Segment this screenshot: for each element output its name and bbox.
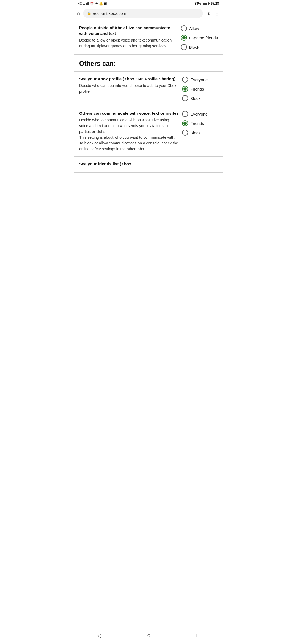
communicate-title: Others can communicate with voice, text … bbox=[79, 110, 179, 116]
battery-icon bbox=[203, 2, 209, 5]
tab-count[interactable]: 2 bbox=[206, 11, 211, 16]
radio-profile-block-label: Block bbox=[190, 96, 200, 101]
others-can-title: Others can: bbox=[79, 60, 218, 67]
see-profile-title: See your Xbox profile (Xbox 360: Profile… bbox=[79, 76, 179, 82]
radio-comm-block-circle[interactable] bbox=[182, 130, 188, 136]
browser-bar: ⌂ 🔒 account.xbox.com 2 ⋮ bbox=[74, 7, 223, 20]
voice-text-outside-desc: Decide to allow or block voice and text … bbox=[79, 37, 178, 49]
url-bar[interactable]: 🔒 account.xbox.com bbox=[83, 9, 203, 18]
radio-allow[interactable]: Allow bbox=[181, 25, 218, 31]
radio-comm-block[interactable]: Block bbox=[182, 130, 218, 136]
radio-profile-everyone-label: Everyone bbox=[190, 77, 208, 82]
url-text: account.xbox.com bbox=[93, 11, 126, 16]
alarm-icon: ⏰ bbox=[90, 2, 94, 6]
friends-list-section: See your friends list (Xbox bbox=[74, 157, 223, 173]
radio-comm-block-label: Block bbox=[190, 130, 200, 135]
time-display: 15:28 bbox=[210, 2, 219, 6]
radio-profile-friends[interactable]: Friends bbox=[182, 86, 218, 92]
radio-ingame-friends[interactable]: In-game friends bbox=[181, 35, 218, 41]
status-bar: 4G ⏰ ✦ 🔔 ▣ 83% 15:28 bbox=[74, 0, 223, 7]
radio-profile-friends-circle[interactable] bbox=[182, 86, 188, 92]
communicate-section: Others can communicate with voice, text … bbox=[74, 106, 223, 157]
radio-profile-friends-label: Friends bbox=[190, 87, 204, 91]
see-profile-row: See your Xbox profile (Xbox 360: Profile… bbox=[79, 76, 218, 101]
radio-block-outside-circle[interactable] bbox=[181, 44, 187, 50]
battery-percent: 83% bbox=[194, 2, 201, 6]
radio-comm-friends-circle[interactable] bbox=[182, 120, 188, 126]
communicate-row: Others can communicate with voice, text … bbox=[79, 110, 218, 152]
radio-allow-label: Allow bbox=[189, 26, 199, 31]
signal-bars bbox=[83, 2, 89, 5]
status-right: 83% 15:28 bbox=[194, 2, 219, 6]
bluetooth-icon: ✦ bbox=[95, 2, 98, 6]
bell-icon: 🔔 bbox=[99, 2, 103, 6]
radio-block-outside-label: Block bbox=[189, 45, 199, 50]
communicate-desc: Decide who to communicate with on Xbox L… bbox=[79, 117, 179, 152]
voice-text-outside-section: People outside of Xbox Live can communic… bbox=[74, 20, 223, 55]
status-left: 4G ⏰ ✦ 🔔 ▣ bbox=[78, 2, 107, 6]
radio-profile-everyone-circle[interactable] bbox=[182, 77, 188, 83]
radio-comm-everyone-label: Everyone bbox=[190, 112, 208, 116]
voice-text-outside-row: People outside of Xbox Live can communic… bbox=[79, 25, 218, 50]
radio-profile-everyone[interactable]: Everyone bbox=[182, 77, 218, 83]
radio-profile-block-circle[interactable] bbox=[182, 95, 188, 101]
more-menu-button[interactable]: ⋮ bbox=[214, 10, 220, 17]
sim-icon: ▣ bbox=[104, 2, 107, 6]
carrier-label: 4G bbox=[78, 2, 82, 5]
content-area: People outside of Xbox Live can communic… bbox=[74, 20, 223, 189]
radio-ingame-friends-label: In-game friends bbox=[189, 36, 218, 40]
browser-home-icon[interactable]: ⌂ bbox=[77, 10, 80, 17]
radio-allow-circle[interactable] bbox=[181, 25, 187, 31]
see-profile-text: See your Xbox profile (Xbox 360: Profile… bbox=[79, 76, 179, 94]
voice-text-outside-text: People outside of Xbox Live can communic… bbox=[79, 25, 178, 49]
others-can-heading: Others can: bbox=[74, 55, 223, 72]
radio-ingame-friends-circle[interactable] bbox=[181, 35, 187, 41]
see-profile-options: Everyone Friends Block bbox=[182, 76, 218, 101]
voice-text-outside-title: People outside of Xbox Live can communic… bbox=[79, 25, 178, 36]
radio-profile-block[interactable]: Block bbox=[182, 95, 218, 101]
voice-text-outside-options: Allow In-game friends Block bbox=[181, 25, 218, 50]
radio-comm-friends-label: Friends bbox=[190, 121, 204, 126]
see-profile-section: See your Xbox profile (Xbox 360: Profile… bbox=[74, 72, 223, 106]
radio-comm-everyone[interactable]: Everyone bbox=[182, 111, 218, 117]
radio-comm-everyone-circle[interactable] bbox=[182, 111, 188, 117]
radio-comm-friends[interactable]: Friends bbox=[182, 120, 218, 126]
communicate-text: Others can communicate with voice, text … bbox=[79, 110, 179, 152]
friends-list-title: See your friends list (Xbox bbox=[79, 161, 218, 167]
radio-block-outside[interactable]: Block bbox=[181, 44, 218, 50]
lock-icon: 🔒 bbox=[87, 11, 91, 15]
see-profile-desc: Decide who can see info you choose to ad… bbox=[79, 83, 179, 94]
communicate-options: Everyone Friends Block bbox=[182, 110, 218, 136]
